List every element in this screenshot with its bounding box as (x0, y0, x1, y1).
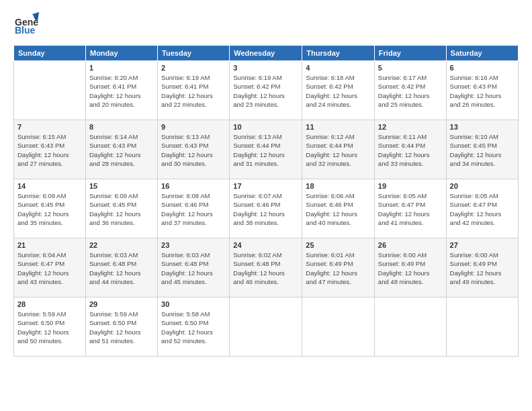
calendar-week-2: 7Sunrise: 6:15 AMSunset: 6:43 PMDaylight… (14, 120, 519, 179)
calendar-cell (302, 298, 375, 357)
day-number: 26 (378, 241, 443, 249)
day-number: 11 (306, 123, 371, 131)
day-info: Sunrise: 6:06 AMSunset: 6:46 PMDaylight:… (306, 191, 371, 227)
calendar-header-tuesday: Tuesday (158, 46, 230, 61)
calendar-cell: 3Sunrise: 6:19 AMSunset: 6:42 PMDaylight… (230, 61, 302, 120)
day-number: 6 (450, 64, 515, 72)
day-info: Sunrise: 6:09 AMSunset: 6:45 PMDaylight:… (17, 191, 82, 227)
calendar-cell: 16Sunrise: 6:08 AMSunset: 6:46 PMDayligh… (158, 179, 230, 238)
calendar-cell: 17Sunrise: 6:07 AMSunset: 6:46 PMDayligh… (230, 179, 302, 238)
day-number: 29 (89, 300, 154, 308)
day-number: 13 (450, 123, 515, 131)
day-info: Sunrise: 6:05 AMSunset: 6:47 PMDaylight:… (378, 191, 443, 227)
day-info: Sunrise: 6:00 AMSunset: 6:49 PMDaylight:… (378, 250, 443, 286)
day-number: 14 (17, 182, 82, 190)
day-info: Sunrise: 6:05 AMSunset: 6:47 PMDaylight:… (450, 191, 515, 227)
calendar-header-saturday: Saturday (446, 46, 518, 61)
calendar-cell: 6Sunrise: 6:16 AMSunset: 6:43 PMDaylight… (446, 61, 518, 120)
calendar-cell: 7Sunrise: 6:15 AMSunset: 6:43 PMDaylight… (14, 120, 86, 179)
calendar-cell (374, 298, 446, 357)
day-info: Sunrise: 6:09 AMSunset: 6:45 PMDaylight:… (89, 191, 154, 227)
calendar-week-4: 21Sunrise: 6:04 AMSunset: 6:47 PMDayligh… (14, 238, 519, 298)
day-info: Sunrise: 6:19 AMSunset: 6:42 PMDaylight:… (233, 73, 298, 109)
day-info: Sunrise: 6:11 AMSunset: 6:44 PMDaylight:… (378, 132, 443, 168)
day-number: 17 (233, 182, 298, 190)
day-info: Sunrise: 5:59 AMSunset: 6:50 PMDaylight:… (89, 310, 154, 345)
day-number: 4 (306, 64, 371, 72)
calendar-cell: 21Sunrise: 6:04 AMSunset: 6:47 PMDayligh… (14, 238, 86, 298)
calendar-cell: 1Sunrise: 6:20 AMSunset: 6:41 PMDaylight… (85, 61, 157, 120)
header: General Blue (13, 11, 519, 38)
day-number: 24 (233, 241, 298, 249)
day-info: Sunrise: 5:58 AMSunset: 6:50 PMDaylight:… (161, 310, 226, 345)
calendar-cell: 8Sunrise: 6:14 AMSunset: 6:43 PMDaylight… (85, 120, 157, 179)
calendar-cell: 25Sunrise: 6:01 AMSunset: 6:49 PMDayligh… (302, 238, 375, 298)
day-number: 5 (378, 64, 443, 72)
calendar-week-1: 1Sunrise: 6:20 AMSunset: 6:41 PMDaylight… (14, 61, 519, 120)
day-number: 21 (17, 241, 82, 249)
day-number: 18 (306, 182, 371, 190)
day-info: Sunrise: 6:03 AMSunset: 6:48 PMDaylight:… (89, 250, 154, 286)
day-info: Sunrise: 6:20 AMSunset: 6:41 PMDaylight:… (89, 73, 154, 109)
day-number: 28 (17, 300, 82, 308)
day-info: Sunrise: 6:13 AMSunset: 6:43 PMDaylight:… (161, 132, 226, 168)
calendar-cell: 24Sunrise: 6:02 AMSunset: 6:48 PMDayligh… (230, 238, 302, 298)
day-number: 15 (89, 182, 154, 190)
day-info: Sunrise: 6:10 AMSunset: 6:45 PMDaylight:… (450, 132, 515, 168)
calendar-header-thursday: Thursday (302, 46, 375, 61)
day-info: Sunrise: 6:14 AMSunset: 6:43 PMDaylight:… (89, 132, 154, 168)
day-number: 3 (233, 64, 298, 72)
day-number: 27 (450, 241, 515, 249)
calendar-header-sunday: Sunday (14, 46, 86, 61)
day-info: Sunrise: 6:01 AMSunset: 6:49 PMDaylight:… (306, 250, 371, 286)
calendar-cell: 30Sunrise: 5:58 AMSunset: 6:50 PMDayligh… (158, 298, 230, 357)
calendar-cell: 18Sunrise: 6:06 AMSunset: 6:46 PMDayligh… (302, 179, 375, 238)
calendar-cell: 13Sunrise: 6:10 AMSunset: 6:45 PMDayligh… (446, 120, 518, 179)
day-number: 9 (161, 123, 226, 131)
calendar-cell: 22Sunrise: 6:03 AMSunset: 6:48 PMDayligh… (85, 238, 157, 298)
day-info: Sunrise: 6:13 AMSunset: 6:44 PMDaylight:… (233, 132, 298, 168)
day-number: 30 (161, 300, 226, 308)
calendar-week-3: 14Sunrise: 6:09 AMSunset: 6:45 PMDayligh… (14, 179, 519, 238)
page: General Blue SundayMondayTuesdayWednesda… (0, 0, 532, 411)
day-number: 2 (161, 64, 226, 72)
day-number: 7 (17, 123, 82, 131)
calendar-cell (230, 298, 302, 357)
calendar-cell: 12Sunrise: 6:11 AMSunset: 6:44 PMDayligh… (374, 120, 446, 179)
calendar-cell: 15Sunrise: 6:09 AMSunset: 6:45 PMDayligh… (85, 179, 157, 238)
calendar-cell: 4Sunrise: 6:18 AMSunset: 6:42 PMDaylight… (302, 61, 375, 120)
calendar-header-friday: Friday (374, 46, 446, 61)
calendar-cell: 9Sunrise: 6:13 AMSunset: 6:43 PMDaylight… (158, 120, 230, 179)
day-info: Sunrise: 6:12 AMSunset: 6:44 PMDaylight:… (306, 132, 371, 168)
calendar-cell: 28Sunrise: 5:59 AMSunset: 6:50 PMDayligh… (14, 298, 86, 357)
calendar-cell: 26Sunrise: 6:00 AMSunset: 6:49 PMDayligh… (374, 238, 446, 298)
day-number: 20 (450, 182, 515, 190)
calendar-cell: 5Sunrise: 6:17 AMSunset: 6:42 PMDaylight… (374, 61, 446, 120)
day-info: Sunrise: 6:08 AMSunset: 6:46 PMDaylight:… (161, 191, 226, 227)
day-info: Sunrise: 6:00 AMSunset: 6:49 PMDaylight:… (450, 250, 515, 286)
calendar-cell: 27Sunrise: 6:00 AMSunset: 6:49 PMDayligh… (446, 238, 518, 298)
day-info: Sunrise: 6:16 AMSunset: 6:43 PMDaylight:… (450, 73, 515, 109)
calendar-cell: 20Sunrise: 6:05 AMSunset: 6:47 PMDayligh… (446, 179, 518, 238)
calendar-cell (14, 61, 86, 120)
day-number: 23 (161, 241, 226, 249)
day-info: Sunrise: 6:17 AMSunset: 6:42 PMDaylight:… (378, 73, 443, 109)
calendar-cell: 11Sunrise: 6:12 AMSunset: 6:44 PMDayligh… (302, 120, 375, 179)
day-info: Sunrise: 5:59 AMSunset: 6:50 PMDaylight:… (17, 310, 82, 345)
calendar-cell: 14Sunrise: 6:09 AMSunset: 6:45 PMDayligh… (14, 179, 86, 238)
calendar-cell: 10Sunrise: 6:13 AMSunset: 6:44 PMDayligh… (230, 120, 302, 179)
calendar-cell: 29Sunrise: 5:59 AMSunset: 6:50 PMDayligh… (85, 298, 157, 357)
calendar-week-5: 28Sunrise: 5:59 AMSunset: 6:50 PMDayligh… (14, 298, 519, 357)
day-number: 10 (233, 123, 298, 131)
calendar-cell: 2Sunrise: 6:19 AMSunset: 6:41 PMDaylight… (158, 61, 230, 120)
day-number: 8 (89, 123, 154, 131)
day-info: Sunrise: 6:03 AMSunset: 6:48 PMDaylight:… (161, 250, 226, 286)
day-number: 19 (378, 182, 443, 190)
day-number: 16 (161, 182, 226, 190)
day-number: 12 (378, 123, 443, 131)
calendar-header-wednesday: Wednesday (230, 46, 302, 61)
calendar-cell: 23Sunrise: 6:03 AMSunset: 6:48 PMDayligh… (158, 238, 230, 298)
calendar-cell (446, 298, 518, 357)
day-number: 1 (89, 64, 154, 72)
calendar-table: SundayMondayTuesdayWednesdayThursdayFrid… (13, 45, 519, 357)
